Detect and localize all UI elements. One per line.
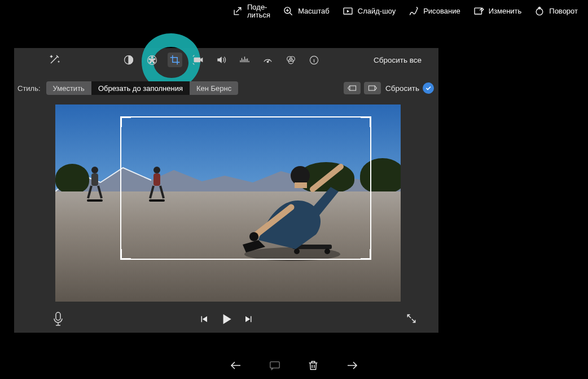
svg-point-11	[148, 58, 150, 59]
svg-rect-2	[475, 8, 482, 14]
noise-reduction-button[interactable]	[237, 53, 252, 67]
fit-option[interactable]: Уместить	[46, 81, 91, 95]
play-button[interactable]	[219, 312, 234, 326]
reset-all-button[interactable]: Сбросить все	[374, 56, 422, 64]
info-button[interactable]	[306, 53, 321, 67]
zoom-label: Масштаб	[298, 7, 330, 15]
draw-icon	[408, 0, 419, 25]
rotate-ccw-button[interactable]	[344, 82, 361, 94]
svg-point-3	[536, 8, 543, 15]
preview-controls	[14, 311, 438, 328]
ken-burns-option[interactable]: Кен Бернс	[190, 81, 238, 95]
speed-button[interactable]	[260, 53, 275, 67]
crop-handle-bl[interactable]	[120, 249, 131, 260]
comment-button[interactable]	[269, 359, 281, 372]
stabilization-button[interactable]	[191, 53, 205, 67]
reset-crop-button[interactable]: Сбросить	[385, 84, 419, 93]
svg-point-6	[150, 58, 153, 61]
rotate-button[interactable]: Поворот	[534, 0, 578, 25]
color-correction-button[interactable]	[144, 53, 159, 67]
svg-point-7	[151, 56, 152, 58]
crop-button[interactable]	[168, 53, 182, 67]
rotate-icon	[534, 0, 545, 25]
rotate-label: Поворот	[549, 7, 578, 15]
svg-point-20	[91, 167, 98, 173]
svg-rect-33	[56, 312, 60, 320]
svg-point-9	[153, 62, 154, 63]
zoom-button[interactable]: Масштаб	[283, 0, 330, 25]
adjustments-toolbar	[121, 53, 321, 67]
crop-style-row: Стиль: Уместить Обрезать до заполнения К…	[14, 79, 438, 98]
svg-rect-18	[350, 86, 356, 90]
svg-rect-12	[194, 58, 201, 62]
delete-button[interactable]	[307, 359, 319, 372]
svg-rect-19	[368, 86, 375, 90]
skater-graphic	[84, 165, 106, 205]
crop-handle-tl[interactable]	[120, 116, 131, 127]
share-icon	[232, 0, 243, 25]
crop-style-segmented: Уместить Обрезать до заполнения Кен Берн…	[46, 81, 239, 95]
next-frame-button[interactable]	[244, 314, 254, 324]
app-top-toolbar: Поде- литься Масштаб Слайд-шоу Рисование	[0, 0, 588, 23]
apply-crop-button[interactable]	[423, 82, 434, 94]
edit-icon	[473, 0, 485, 25]
svg-rect-21	[91, 173, 98, 186]
svg-rect-22	[87, 199, 103, 202]
rotate-cw-button[interactable]	[364, 82, 381, 94]
slideshow-label: Слайд-шоу	[358, 7, 396, 15]
crop-to-fill-option[interactable]: Обрезать до заполнения	[91, 81, 190, 95]
slideshow-button[interactable]: Слайд-шоу	[342, 0, 396, 25]
crop-handle-br[interactable]	[361, 249, 371, 260]
zoom-in-icon	[283, 0, 294, 25]
svg-rect-34	[270, 362, 280, 368]
crop-handle-tr[interactable]	[361, 116, 371, 127]
draw-label: Рисование	[423, 7, 460, 15]
share-button[interactable]: Поде- литься	[232, 0, 270, 25]
forward-button[interactable]	[345, 359, 359, 372]
prev-frame-button[interactable]	[199, 314, 209, 324]
back-button[interactable]	[229, 359, 243, 372]
edit-label: Изменить	[489, 7, 522, 15]
slideshow-icon	[342, 0, 354, 25]
video-preview[interactable]	[55, 104, 401, 302]
color-balance-button[interactable]	[121, 53, 136, 67]
share-label: Поде- литься	[247, 3, 270, 19]
volume-button[interactable]	[214, 53, 229, 67]
bottom-toolbar	[0, 352, 588, 379]
svg-point-10	[150, 62, 151, 63]
draw-button[interactable]: Рисование	[408, 0, 460, 25]
style-label: Стиль:	[17, 84, 41, 93]
voiceover-button[interactable]	[52, 312, 64, 326]
svg-point-8	[153, 58, 155, 59]
video-editor-panel: Сбросить все Стиль: Уместить Обрезать до…	[14, 48, 438, 333]
color-filter-button[interactable]	[283, 53, 298, 67]
magic-wand-button[interactable]	[48, 53, 62, 66]
crop-frame[interactable]	[120, 116, 371, 260]
edit-button[interactable]: Изменить	[473, 0, 522, 25]
fullscreen-button[interactable]	[406, 313, 417, 324]
